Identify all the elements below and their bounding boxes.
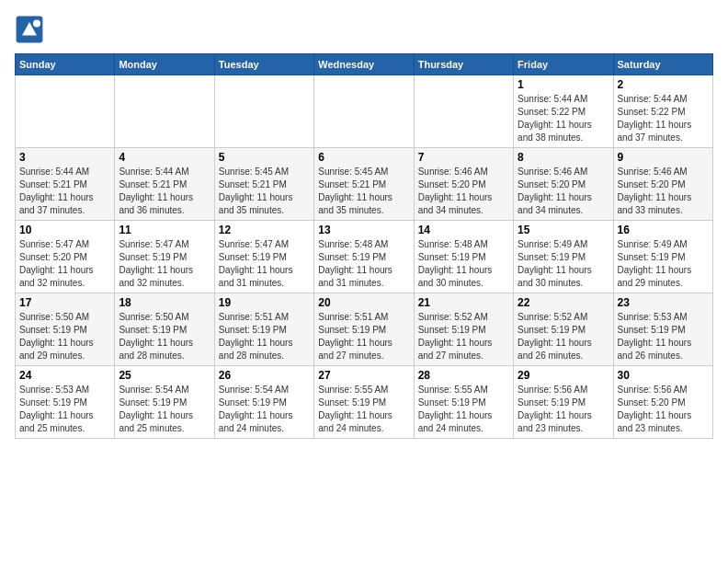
day-info: Sunrise: 5:55 AM Sunset: 5:19 PM Dayligh… [418,384,509,435]
day-info: Sunrise: 5:56 AM Sunset: 5:20 PM Dayligh… [618,384,709,435]
day-number: 5 [219,151,310,164]
day-number: 29 [518,369,609,382]
day-number: 17 [19,296,110,309]
day-number: 12 [219,224,310,236]
weekday-header-monday: Monday [115,54,214,75]
calendar-week-row: 24Sunrise: 5:53 AM Sunset: 5:19 PM Dayli… [16,366,713,439]
calendar-cell: 8Sunrise: 5:46 AM Sunset: 5:20 PM Daylig… [514,148,613,221]
calendar-cell: 7Sunrise: 5:46 AM Sunset: 5:20 PM Daylig… [414,148,513,221]
day-info: Sunrise: 5:56 AM Sunset: 5:19 PM Dayligh… [518,384,609,435]
day-info: Sunrise: 5:44 AM Sunset: 5:21 PM Dayligh… [19,166,110,217]
calendar-cell: 19Sunrise: 5:51 AM Sunset: 5:19 PM Dayli… [214,293,313,366]
calendar-cell [115,75,214,148]
calendar-cell: 14Sunrise: 5:48 AM Sunset: 5:19 PM Dayli… [414,221,513,293]
day-info: Sunrise: 5:47 AM Sunset: 5:19 PM Dayligh… [119,238,210,290]
day-number: 20 [318,296,409,309]
weekday-header-thursday: Thursday [414,54,513,75]
calendar-week-row: 17Sunrise: 5:50 AM Sunset: 5:19 PM Dayli… [16,293,713,366]
day-info: Sunrise: 5:51 AM Sunset: 5:19 PM Dayligh… [219,311,310,362]
day-info: Sunrise: 5:50 AM Sunset: 5:19 PM Dayligh… [119,311,210,362]
day-info: Sunrise: 5:49 AM Sunset: 5:19 PM Dayligh… [618,238,709,290]
day-number: 14 [418,224,509,236]
day-number: 19 [219,296,310,309]
calendar-cell: 29Sunrise: 5:56 AM Sunset: 5:19 PM Dayli… [514,366,613,439]
day-number: 16 [618,224,709,236]
day-number: 15 [518,224,609,236]
day-number: 24 [19,369,110,382]
day-info: Sunrise: 5:47 AM Sunset: 5:20 PM Dayligh… [19,238,110,290]
calendar-cell: 18Sunrise: 5:50 AM Sunset: 5:19 PM Dayli… [115,293,214,366]
day-number: 7 [418,151,509,164]
calendar-header-row: SundayMondayTuesdayWednesdayThursdayFrid… [16,54,713,75]
day-info: Sunrise: 5:48 AM Sunset: 5:19 PM Dayligh… [318,238,409,290]
calendar-cell: 12Sunrise: 5:47 AM Sunset: 5:19 PM Dayli… [214,221,313,293]
day-number: 11 [119,224,210,236]
calendar-week-row: 3Sunrise: 5:44 AM Sunset: 5:21 PM Daylig… [16,148,713,221]
calendar-cell: 13Sunrise: 5:48 AM Sunset: 5:19 PM Dayli… [314,221,414,293]
svg-point-2 [33,20,40,28]
calendar-table: SundayMondayTuesdayWednesdayThursdayFrid… [15,53,713,439]
calendar-cell: 11Sunrise: 5:47 AM Sunset: 5:19 PM Dayli… [115,221,214,293]
day-info: Sunrise: 5:44 AM Sunset: 5:22 PM Dayligh… [618,93,709,144]
calendar-cell: 24Sunrise: 5:53 AM Sunset: 5:19 PM Dayli… [16,366,115,439]
calendar-cell: 3Sunrise: 5:44 AM Sunset: 5:21 PM Daylig… [16,148,115,221]
calendar-cell: 10Sunrise: 5:47 AM Sunset: 5:20 PM Dayli… [16,221,115,293]
day-info: Sunrise: 5:54 AM Sunset: 5:19 PM Dayligh… [219,384,310,435]
day-number: 18 [119,296,210,309]
calendar-cell: 26Sunrise: 5:54 AM Sunset: 5:19 PM Dayli… [214,366,313,439]
calendar-cell: 6Sunrise: 5:45 AM Sunset: 5:21 PM Daylig… [314,148,414,221]
day-info: Sunrise: 5:55 AM Sunset: 5:19 PM Dayligh… [318,384,409,435]
day-info: Sunrise: 5:48 AM Sunset: 5:19 PM Dayligh… [418,238,509,290]
calendar-week-row: 10Sunrise: 5:47 AM Sunset: 5:20 PM Dayli… [16,221,713,293]
day-number: 21 [418,296,509,309]
calendar-cell [214,75,313,148]
calendar-cell: 23Sunrise: 5:53 AM Sunset: 5:19 PM Dayli… [613,293,712,366]
weekday-header-tuesday: Tuesday [214,54,313,75]
day-number: 26 [219,369,310,382]
day-number: 4 [119,151,210,164]
calendar-cell: 21Sunrise: 5:52 AM Sunset: 5:19 PM Dayli… [414,293,513,366]
day-info: Sunrise: 5:46 AM Sunset: 5:20 PM Dayligh… [618,166,709,217]
day-info: Sunrise: 5:51 AM Sunset: 5:19 PM Dayligh… [318,311,409,362]
day-number: 2 [618,78,709,91]
logo [15,15,48,44]
calendar-cell: 20Sunrise: 5:51 AM Sunset: 5:19 PM Dayli… [314,293,414,366]
calendar-cell [314,75,414,148]
day-number: 27 [318,369,409,382]
calendar-cell: 22Sunrise: 5:52 AM Sunset: 5:19 PM Dayli… [514,293,613,366]
logo-icon [15,15,44,44]
day-number: 1 [518,78,609,91]
day-number: 25 [119,369,210,382]
calendar-cell: 28Sunrise: 5:55 AM Sunset: 5:19 PM Dayli… [414,366,513,439]
calendar-cell: 1Sunrise: 5:44 AM Sunset: 5:22 PM Daylig… [514,75,613,148]
day-number: 6 [318,151,409,164]
weekday-header-sunday: Sunday [16,54,115,75]
calendar-cell: 15Sunrise: 5:49 AM Sunset: 5:19 PM Dayli… [514,221,613,293]
calendar-cell: 27Sunrise: 5:55 AM Sunset: 5:19 PM Dayli… [314,366,414,439]
page-header [15,15,713,44]
day-info: Sunrise: 5:44 AM Sunset: 5:22 PM Dayligh… [518,93,609,144]
weekday-header-saturday: Saturday [613,54,712,75]
calendar-cell: 2Sunrise: 5:44 AM Sunset: 5:22 PM Daylig… [613,75,712,148]
weekday-header-wednesday: Wednesday [314,54,414,75]
calendar-cell: 30Sunrise: 5:56 AM Sunset: 5:20 PM Dayli… [613,366,712,439]
day-number: 28 [418,369,509,382]
day-info: Sunrise: 5:53 AM Sunset: 5:19 PM Dayligh… [618,311,709,362]
day-number: 23 [618,296,709,309]
day-info: Sunrise: 5:50 AM Sunset: 5:19 PM Dayligh… [19,311,110,362]
day-info: Sunrise: 5:53 AM Sunset: 5:19 PM Dayligh… [19,384,110,435]
day-info: Sunrise: 5:45 AM Sunset: 5:21 PM Dayligh… [219,166,310,217]
calendar-cell [16,75,115,148]
day-info: Sunrise: 5:52 AM Sunset: 5:19 PM Dayligh… [418,311,509,362]
calendar-cell: 25Sunrise: 5:54 AM Sunset: 5:19 PM Dayli… [115,366,214,439]
day-number: 13 [318,224,409,236]
day-info: Sunrise: 5:46 AM Sunset: 5:20 PM Dayligh… [518,166,609,217]
weekday-header-friday: Friday [514,54,613,75]
day-info: Sunrise: 5:47 AM Sunset: 5:19 PM Dayligh… [219,238,310,290]
calendar-cell: 9Sunrise: 5:46 AM Sunset: 5:20 PM Daylig… [613,148,712,221]
calendar-cell [414,75,513,148]
calendar-cell: 5Sunrise: 5:45 AM Sunset: 5:21 PM Daylig… [214,148,313,221]
day-info: Sunrise: 5:44 AM Sunset: 5:21 PM Dayligh… [119,166,210,217]
day-number: 30 [618,369,709,382]
calendar-cell: 4Sunrise: 5:44 AM Sunset: 5:21 PM Daylig… [115,148,214,221]
